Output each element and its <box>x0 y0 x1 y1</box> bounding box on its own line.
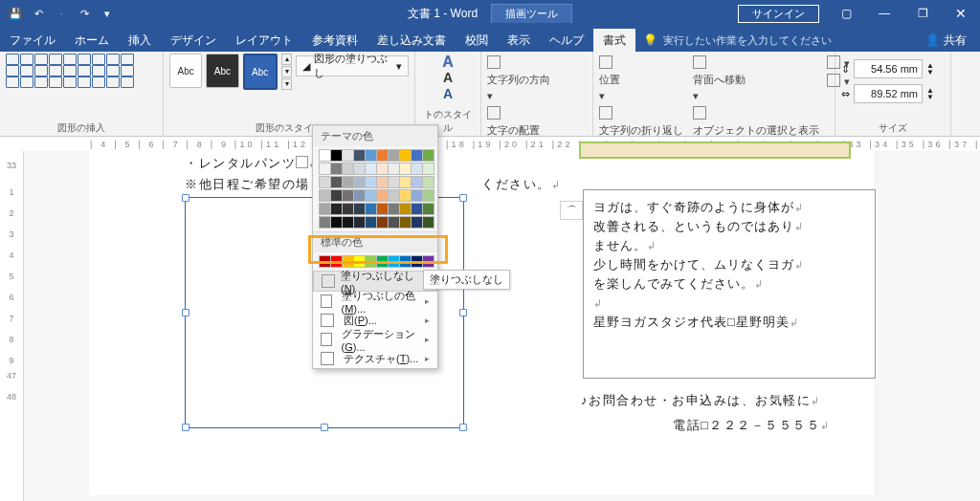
close-icon[interactable]: ✕ <box>942 0 980 27</box>
spinner-icon[interactable]: ▲▼ <box>926 62 934 76</box>
title-center: 文書 1 - Word 描画ツール <box>408 4 572 23</box>
tab-mailings[interactable]: 差し込み文書 <box>368 29 456 52</box>
title-bar: 💾 ↶ · ↷ ▾ 文書 1 - Word 描画ツール サインイン ▢ ― ❐ … <box>0 0 980 27</box>
restore-icon[interactable]: ❐ <box>903 0 942 27</box>
quick-access-toolbar: 💾 ↶ · ↷ ▾ <box>0 4 122 23</box>
group-insert-shapes: 図形の挿入 <box>0 52 164 136</box>
page-canvas[interactable]: ・レンタルパンツ↲ ※他日程ご希望の場 ください。↲ ⌒ ヨガは <box>24 151 980 153</box>
color-swatch[interactable] <box>422 149 434 153</box>
chevron-down-icon: ▾ <box>396 60 402 73</box>
paper: ・レンタルパンツ↲ ※他日程ご希望の場 ください。↲ ⌒ ヨガは <box>89 151 874 153</box>
tab-file[interactable]: ファイル <box>0 29 65 52</box>
lightbulb-icon: 💡 <box>643 33 657 47</box>
vertical-ruler: 331234567894748 <box>0 151 24 153</box>
tab-design[interactable]: デザイン <box>161 29 226 52</box>
shape-style-1[interactable]: Abc <box>169 54 202 88</box>
group-label-size: サイズ <box>841 120 945 136</box>
search-placeholder: 実行したい作業を入力してください <box>663 33 832 48</box>
shape-fill-dropdown: テーマの色 標準の色 塗りつぶしなし(N) 塗りつぶしの色(M)...▸図(P)… <box>312 124 438 153</box>
document-title: 文書 1 - Word <box>408 6 478 22</box>
text-direction-button[interactable]: 文字列の方向 ▾ <box>487 55 550 104</box>
document-area: 331234567894748 ・レンタルパンツ↲ ※他日程ご希望の場 ください… <box>0 151 980 153</box>
height-icon: ⇕ <box>841 63 850 76</box>
ribbon-display-icon[interactable]: ▢ <box>827 0 865 27</box>
share-icon: 👤 <box>925 33 940 47</box>
ribbon: 図形の挿入 Abc Abc Abc ▴ ▾ ▾ ◢ 図形の塗りつぶし ▾ 図形の… <box>0 52 980 137</box>
tab-view[interactable]: 表示 <box>498 29 540 52</box>
position-button[interactable]: 位置 ▾ <box>599 55 683 104</box>
tab-insert[interactable]: 挿入 <box>119 29 161 52</box>
group-wordart-styles: A A A トのスタイル <box>415 52 481 136</box>
tab-layout[interactable]: レイアウト <box>226 29 302 52</box>
style-gallery-scroll[interactable]: ▴ ▾ ▾ <box>281 54 292 90</box>
shape-width-input[interactable]: 89.52 mm <box>854 84 923 103</box>
shape-style-2[interactable]: Abc <box>206 54 238 88</box>
share-label: 共有 <box>944 33 967 49</box>
shape-fill-label: 図形の塗りつぶし <box>314 52 392 80</box>
shape-fill-button[interactable]: ◢ 図形の塗りつぶし ▾ <box>296 55 409 76</box>
group-label-insert-shapes: 図形の挿入 <box>6 120 157 136</box>
tab-review[interactable]: 校閲 <box>456 29 498 52</box>
tab-help[interactable]: ヘルプ <box>540 29 593 52</box>
shape-height-input[interactable]: 54.56 mm <box>854 59 923 78</box>
share-button[interactable]: 👤 共有 <box>912 29 980 52</box>
shapes-gallery[interactable] <box>6 54 133 87</box>
contextual-tab-label: 描画ツール <box>491 4 572 23</box>
group-shape-styles: Abc Abc Abc ▴ ▾ ▾ ◢ 図形の塗りつぶし ▾ 図形のスタイル <box>164 52 415 136</box>
inline-image-stub <box>579 142 851 153</box>
tab-references[interactable]: 参考資料 <box>302 29 368 52</box>
spinner-icon[interactable]: ▲▼ <box>926 87 934 100</box>
group-text: 文字列の方向 ▾ 文字の配置 ▾ リンクの作成 テキスト <box>481 52 593 136</box>
save-icon[interactable]: 💾 <box>6 4 25 23</box>
theme-color-palette[interactable] <box>313 146 437 153</box>
minimize-icon[interactable]: ― <box>865 0 903 27</box>
tab-home[interactable]: ホーム <box>65 29 119 52</box>
theme-colors-header: テーマの色 <box>313 125 437 146</box>
send-backward-button[interactable]: 背面へ移動 ▾ <box>693 55 819 104</box>
qa-separator: · <box>52 4 71 23</box>
selection-pane-button[interactable]: オブジェクトの選択と表示 <box>693 106 819 139</box>
width-icon: ⇔ <box>841 88 850 100</box>
qa-more-icon[interactable]: ▾ <box>98 4 117 23</box>
redo-icon[interactable]: ↷ <box>75 4 94 23</box>
undo-icon[interactable]: ↶ <box>29 4 48 23</box>
group-size: ⇕ 54.56 mm ▲▼ ⇔ 89.52 mm ▲▼ サイズ <box>835 52 951 136</box>
group-arrange: 位置 ▾ 文字列の折り返し ▾ 前面へ移動 ▾ 背面へ移動 ▾ オブジェクトの選… <box>593 52 835 136</box>
ribbon-tabs: ファイル ホーム 挿入 デザイン レイアウト 参考資料 差し込み文書 校閲 表示… <box>0 27 980 52</box>
tell-me-search[interactable]: 💡 実行したい作業を入力してください <box>643 29 832 52</box>
signin-button[interactable]: サインイン <box>738 5 819 23</box>
paint-bucket-icon: ◢ <box>302 60 310 73</box>
tab-format[interactable]: 書式 <box>593 29 635 52</box>
shape-style-3[interactable]: Abc <box>243 54 278 90</box>
